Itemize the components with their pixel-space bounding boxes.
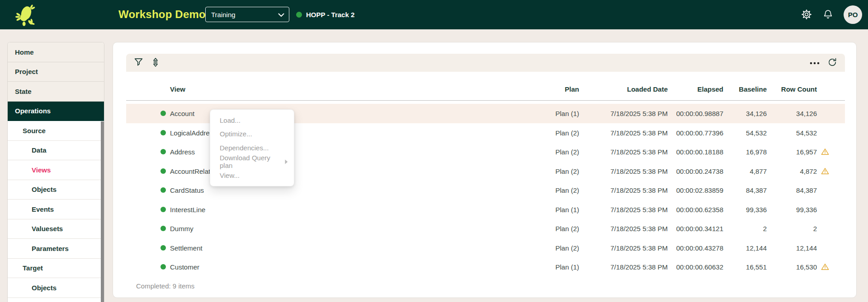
plan-cell: Plan (2) <box>555 244 579 251</box>
baseline-cell: 2 <box>763 225 767 232</box>
row-count-cell: 16,957 <box>796 148 817 156</box>
sidebar-item-data[interactable]: Data <box>8 141 104 161</box>
context-menu-item-view[interactable]: View... <box>210 168 294 182</box>
loaded-date-cell: 7/18/2025 5:38 PM <box>610 148 668 156</box>
row-count-cell: 84,387 <box>796 186 817 194</box>
elapsed-cell: 00:00:02.83859 <box>676 186 723 194</box>
baseline-cell: 16,978 <box>746 148 767 156</box>
view-name-cell: Customer <box>170 263 199 271</box>
sidebar-item-project[interactable]: Project <box>8 62 104 82</box>
elapsed-cell: 00:00:00.77396 <box>676 129 723 136</box>
sidebar-item-source[interactable]: Source <box>8 121 104 141</box>
refresh-button[interactable] <box>826 56 839 69</box>
status-dot-icon <box>160 168 166 174</box>
view-name-cell: Dummy <box>170 225 193 232</box>
row-count-cell: 16,530 <box>796 263 817 271</box>
table-row[interactable]: Settlement Plan (2) 7/18/2025 5:38 PM 00… <box>126 238 845 258</box>
loaded-date-cell: 7/18/2025 5:38 PM <box>610 186 668 194</box>
plan-cell: Plan (2) <box>555 148 579 156</box>
baseline-cell: 34,126 <box>746 110 767 117</box>
sidebar-item-parameters[interactable]: Parameters <box>8 239 104 259</box>
context-menu-item-download-query-plan[interactable]: Download Query plan <box>210 155 294 169</box>
warning-icon <box>821 263 829 270</box>
notifications-button[interactable] <box>820 7 836 23</box>
table-row[interactable]: Customer Plan (1) 7/18/2025 5:38 PM 00:0… <box>126 257 845 277</box>
loaded-date-cell: 7/18/2025 5:38 PM <box>610 129 668 136</box>
table-row[interactable]: Dummy Plan (2) 7/18/2025 5:38 PM 00:00:0… <box>126 219 845 238</box>
row-count-cell: 99,336 <box>796 205 817 213</box>
expand-collapse-button[interactable] <box>149 56 162 69</box>
column-header-plan[interactable]: Plan <box>565 85 579 93</box>
sidebar-item-target[interactable]: Target <box>8 259 104 279</box>
plan-cell: Plan (2) <box>555 129 579 136</box>
elapsed-cell: 00:00:00.62358 <box>676 205 723 213</box>
loaded-date-cell: 7/18/2025 5:38 PM <box>610 205 668 213</box>
status-dot-icon <box>160 149 166 154</box>
column-header-baseline[interactable]: Baseline <box>739 85 767 93</box>
context-menu: Load... Optimize... Dependencies... Down… <box>210 109 294 186</box>
plan-cell: Plan (1) <box>555 205 579 213</box>
track-status: HOPP - Track 2 <box>296 0 354 29</box>
elapsed-cell: 00:00:00.24738 <box>676 167 723 175</box>
status-dot-icon <box>160 130 166 135</box>
app-header: Workshop Demo Training HOPP - Track 2 <box>0 0 868 29</box>
view-name-cell: Address <box>170 148 195 156</box>
status-dot-icon <box>160 226 166 231</box>
settings-button[interactable] <box>798 7 815 23</box>
sidebar-item-objects[interactable]: Objects <box>8 180 104 200</box>
chevron-down-icon <box>278 11 284 19</box>
column-header-view[interactable]: View <box>170 85 185 93</box>
connection-status-dot <box>296 12 302 18</box>
gear-icon <box>801 9 812 22</box>
status-dot-icon <box>160 264 166 269</box>
expand-collapse-icon <box>151 57 160 69</box>
plan-cell: Plan (1) <box>555 263 579 271</box>
view-name-cell: Account <box>170 110 194 117</box>
context-menu-item-dependencies[interactable]: Dependencies... <box>210 141 294 155</box>
sidebar-item-operations[interactable]: Operations <box>8 102 104 121</box>
row-count-cell: 54,532 <box>796 129 817 136</box>
plan-cell: Plan (2) <box>555 225 579 232</box>
filter-icon <box>134 57 143 68</box>
table-header: View Plan Loaded Date Elapsed Baseline R… <box>126 72 845 101</box>
column-header-elapsed[interactable]: Elapsed <box>697 85 723 93</box>
view-name-cell: Settlement <box>170 244 203 251</box>
table-row[interactable]: InterestLine Plan (1) 7/18/2025 5:38 PM … <box>126 200 845 219</box>
status-dot-icon <box>160 245 166 251</box>
view-name-cell: CardStatus <box>170 186 204 194</box>
submenu-arrow-icon <box>285 159 288 164</box>
sidebar: Home Project State Operations Source Dat… <box>7 42 104 302</box>
row-count-cell: 12,144 <box>796 244 817 251</box>
sidebar-item-events[interactable]: Events <box>8 200 104 219</box>
ellipsis-icon <box>809 60 820 66</box>
column-header-loaded-date[interactable]: Loaded Date <box>627 85 668 93</box>
plan-cell: Plan (2) <box>555 167 579 175</box>
context-menu-item-optimize[interactable]: Optimize... <box>210 127 294 141</box>
sidebar-item-views[interactable]: Views <box>8 160 104 180</box>
row-count-cell: 4,872 <box>800 167 817 175</box>
plan-cell: Plan (2) <box>555 186 579 194</box>
table-toolbar <box>126 54 845 72</box>
column-header-row-count[interactable]: Row Count <box>781 85 817 93</box>
more-options-button[interactable] <box>808 56 821 69</box>
user-avatar[interactable]: PO <box>844 5 862 24</box>
completed-status: Completed: 9 items <box>136 282 194 290</box>
elapsed-cell: 00:00:00.60632 <box>676 263 723 271</box>
sidebar-item-state[interactable]: State <box>8 82 104 102</box>
warning-icon <box>821 167 829 175</box>
sidebar-item-target-objects[interactable]: Objects <box>8 278 104 298</box>
warning-icon <box>821 148 829 155</box>
status-dot-icon <box>160 111 166 116</box>
environment-select[interactable]: Training <box>205 7 289 22</box>
plan-cell: Plan (1) <box>555 110 579 117</box>
status-dot-icon <box>160 207 166 212</box>
baseline-cell: 84,387 <box>746 186 767 194</box>
context-menu-item-load[interactable]: Load... <box>210 113 294 127</box>
filter-button[interactable] <box>132 56 145 69</box>
sidebar-scrollbar[interactable] <box>101 121 104 302</box>
sidebar-item-home[interactable]: Home <box>8 42 104 62</box>
loaded-date-cell: 7/18/2025 5:38 PM <box>610 110 668 117</box>
track-status-label: HOPP - Track 2 <box>306 11 354 19</box>
baseline-cell: 54,532 <box>746 129 767 136</box>
sidebar-item-valuesets[interactable]: Valuesets <box>8 219 104 239</box>
